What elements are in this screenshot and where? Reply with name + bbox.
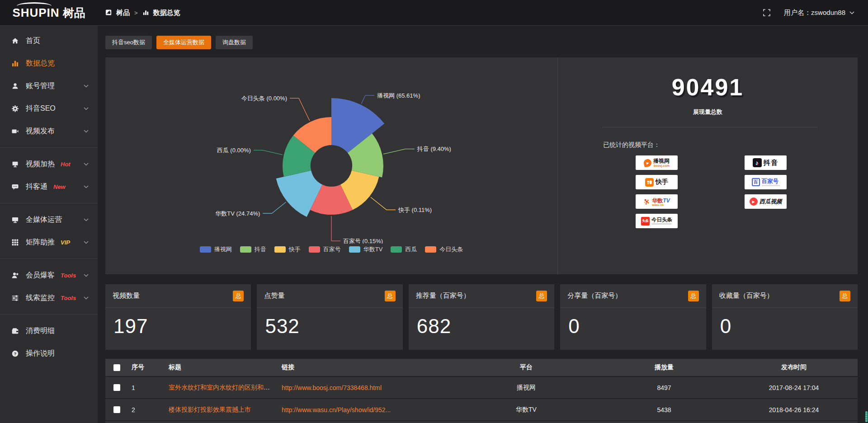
cell-link: http://www.boosj.com/7338468.html [277,377,454,398]
platform-logo-grid: ▶播视网boosj.com快手华数TVwasu.cn头条今日头条♪抖音百百家号▶… [636,155,858,228]
sidebar-item-data-overview[interactable]: 数据总览 [0,52,98,75]
legend-item-kuaishou[interactable]: 快手 [274,245,301,254]
stat-card-header: 视频数量总 [105,284,251,308]
video-icon [11,127,19,135]
stat-card-header: 分享量（百家号）总 [560,284,706,308]
cell-title-link[interactable]: 楼体投影灯投影效果震撼上市 [169,406,251,413]
sidebar-item-label: 消费明细 [26,326,55,336]
column-header: 播放量 [598,359,730,376]
tab-douyin-seo-data[interactable]: 抖音seo数据 [105,36,152,49]
legend-swatch [309,246,320,253]
divider [602,127,818,127]
legend-item-wasu[interactable]: 华数TV [349,245,383,254]
sidebar-item-label: 数据总览 [26,59,55,68]
platform-logo-baijiahao: 百百家号 [745,175,787,189]
tab-inquiry-data[interactable]: 询盘数据 [216,36,253,49]
fullscreen-icon[interactable] [763,9,770,16]
column-header: 链接 [277,359,454,376]
legend-swatch [274,246,286,253]
sidebar-item-lead-monitor[interactable]: 线索监控Tools [0,287,98,309]
pie-label-line [254,150,283,155]
sidebar-item-video-publish[interactable]: 视频发布 [0,120,98,142]
app-logo[interactable]: SHUPIN 树品 [0,5,98,20]
tv-icon [11,160,19,168]
help-icon: ? [11,350,19,357]
platform-logo-douyin: ♪抖音 [745,155,787,170]
stat-card-value: 0 [712,308,858,338]
breadcrumb-root[interactable]: 树品 [105,9,130,17]
row-checkbox[interactable] [113,384,120,391]
cell-platform: 播视网 [454,377,598,398]
wallet-icon [11,327,19,335]
total-badge: 总 [536,291,547,301]
stat-card-share-count: 分享量（百家号）总0 [560,284,706,350]
stat-card-label: 点赞量 [264,291,284,300]
sidebar-item-douketong[interactable]: 抖客通New [0,175,98,198]
sidebar-item-label: 抖客通 [26,182,47,192]
sidebar-item-label: 视频发布 [26,127,55,136]
sidebar-item-account-management[interactable]: 账号管理 [0,75,98,97]
cell-link-link[interactable]: http://www.wasu.cn/Play/show/id/952... [282,406,391,414]
cell-seq: 2 [127,399,164,420]
grid-icon [11,239,19,246]
cell-link-link[interactable]: http://www.boosj.com/7338468.html [282,384,382,391]
sidebar: 首页数据总览账号管理抖音SEO视频发布视频加热Hot抖客通New全媒体运营矩阵助… [0,26,98,423]
total-badge: 总 [385,291,396,301]
total-impressions-value: 90491 [558,74,858,101]
column-header: 标题 [164,359,277,376]
total-badge: 总 [233,291,244,301]
sidebar-item-omni-media[interactable]: 全媒体运营 [0,208,98,231]
topbar-right: 用户名：zswodun88 [763,9,868,17]
legend-item-xigua[interactable]: 西瓜 [391,245,417,254]
chevron-down-icon [84,296,89,300]
sidebar-item-member-baoke[interactable]: 会员爆客Tools [0,264,98,287]
cell-title-link[interactable]: 室外水纹灯和室内水纹灯的区别和简介 [169,384,276,391]
chevron-down-icon [84,274,89,277]
pie-label-line [361,95,374,103]
legend-item-douyin[interactable]: 抖音 [240,245,266,254]
stat-card-label: 推荐量（百家号） [416,291,470,300]
sidebar-item-video-heating[interactable]: 视频加热Hot [0,153,98,175]
sidebar-item-consumption-detail[interactable]: 消费明细 [0,320,98,342]
legend-label: 播视网 [214,245,232,254]
sidebar-item-label: 操作说明 [26,349,55,358]
pie-label-line [290,98,310,121]
row-checkbox[interactable] [113,406,120,413]
tab-bar: 抖音seo数据全媒体运营数据询盘数据 [105,36,868,49]
sidebar-item-badge: Hot [61,161,71,168]
pie-label: 西瓜 (0.00%) [217,147,251,154]
monitor-icon [11,216,19,224]
sidebar-item-instructions[interactable]: ?操作说明 [0,342,98,365]
chevron-down-icon [849,11,854,14]
chevron-down-icon [84,163,89,166]
sidebar-item-badge: Tools [61,272,76,279]
cell-plays: 8497 [598,377,730,398]
pie-label: 今日头条 (0.00%) [241,95,287,102]
legend-item-baijiahao[interactable]: 百家号 [309,245,341,254]
sidebar-item-home[interactable]: 首页 [0,29,98,52]
user-menu[interactable]: 用户名：zswodun88 [784,9,854,17]
select-all-checkbox[interactable] [113,364,120,371]
stat-card-header: 点赞量总 [257,284,402,308]
sidebar-item-badge: Tools [61,295,76,301]
tab-omni-media-data[interactable]: 全媒体运营数据 [156,36,211,49]
sidebar-item-matrix-boost[interactable]: 矩阵助推VIP [0,231,98,254]
scrollbar-thumb[interactable] [865,411,868,422]
stat-card-like-count: 点赞量总532 [257,284,402,350]
topbar: SHUPIN 树品 树品 > 数据总览 用户名：zswodun88 [0,0,868,26]
platform-logo-boosj: ▶播视网boosj.com [636,155,678,170]
stat-card-header: 收藏量（百家号）总 [712,284,858,308]
sidebar-item-badge: New [53,183,66,190]
legend-item-boosj[interactable]: 播视网 [200,245,232,254]
total-badge: 总 [688,291,699,301]
breadcrumb-separator: > [134,9,138,16]
pie-label-line [263,202,286,213]
logo-text-cn: 树品 [63,5,85,20]
legend-item-toutiao[interactable]: 今日头条 [425,245,463,254]
overview-panel: 播视网 (65.61%)抖音 (9.40%)快手 (0.11%)百家号 (0.1… [105,57,858,274]
main-content: 抖音seo数据全媒体运营数据询盘数据 播视网 (65.61%)抖音 (9.40%… [98,26,868,423]
pie-label: 抖音 (9.40%) [417,146,451,152]
stat-cards-row: 视频数量总197点赞量总532推荐量（百家号）总682分享量（百家号）总0收藏量… [105,284,858,350]
platform-logo-column: ♪抖音百百家号▶西瓜视频 [745,155,787,228]
sidebar-item-douyin-seo[interactable]: 抖音SEO [0,97,98,120]
